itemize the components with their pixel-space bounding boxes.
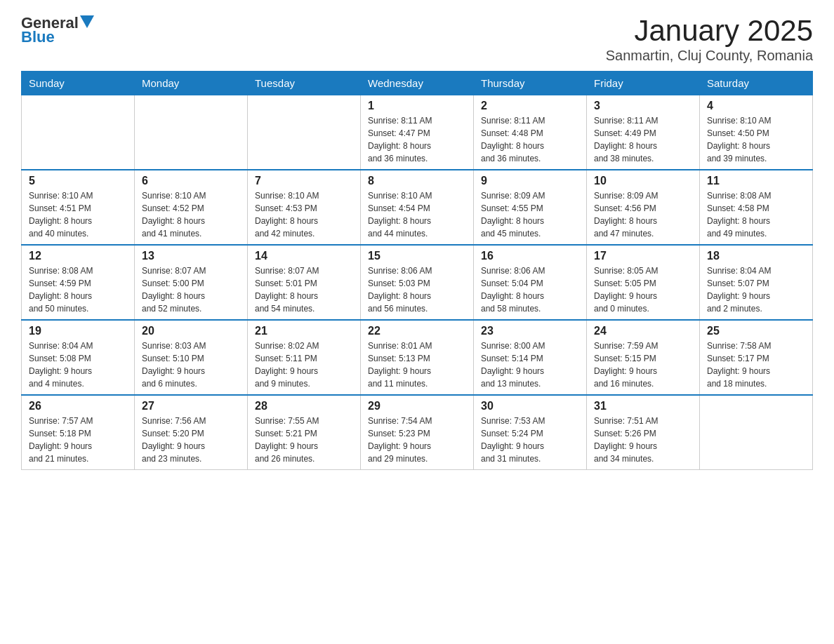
day-info: Sunrise: 8:03 AMSunset: 5:10 PMDaylight:… xyxy=(142,340,240,390)
calendar-cell: 2Sunrise: 8:11 AMSunset: 4:48 PMDaylight… xyxy=(474,95,587,170)
day-of-week-header: Wednesday xyxy=(361,72,474,95)
day-info: Sunrise: 8:06 AMSunset: 5:03 PMDaylight:… xyxy=(368,264,466,315)
day-number: 11 xyxy=(707,175,805,187)
day-number: 3 xyxy=(594,100,692,112)
day-number: 15 xyxy=(368,250,466,262)
calendar-cell: 11Sunrise: 8:08 AMSunset: 4:58 PMDayligh… xyxy=(700,170,813,245)
day-info: Sunrise: 8:08 AMSunset: 4:58 PMDaylight:… xyxy=(707,189,805,240)
calendar-cell xyxy=(248,95,361,170)
day-number: 31 xyxy=(594,400,692,412)
page-header: General Blue January 2025 Sanmartin, Clu… xyxy=(21,14,813,64)
day-number: 25 xyxy=(707,325,805,337)
day-number: 22 xyxy=(368,325,466,337)
calendar-cell xyxy=(700,395,813,470)
day-number: 2 xyxy=(481,100,579,112)
calendar-cell: 22Sunrise: 8:01 AMSunset: 5:13 PMDayligh… xyxy=(361,320,474,395)
day-info: Sunrise: 7:58 AMSunset: 5:17 PMDaylight:… xyxy=(707,340,805,390)
day-number: 19 xyxy=(29,325,127,337)
page-subtitle: Sanmartin, Cluj County, Romania xyxy=(606,48,813,64)
calendar-cell: 12Sunrise: 8:08 AMSunset: 4:59 PMDayligh… xyxy=(22,245,135,320)
day-info: Sunrise: 8:09 AMSunset: 4:55 PMDaylight:… xyxy=(481,189,579,240)
day-info: Sunrise: 8:11 AMSunset: 4:49 PMDaylight:… xyxy=(594,114,692,165)
calendar-cell: 16Sunrise: 8:06 AMSunset: 5:04 PMDayligh… xyxy=(474,245,587,320)
day-info: Sunrise: 8:10 AMSunset: 4:50 PMDaylight:… xyxy=(707,114,805,165)
day-info: Sunrise: 8:10 AMSunset: 4:52 PMDaylight:… xyxy=(142,189,240,240)
day-info: Sunrise: 7:51 AMSunset: 5:26 PMDaylight:… xyxy=(594,415,692,465)
day-number: 13 xyxy=(142,250,240,262)
day-number: 6 xyxy=(142,175,240,187)
day-info: Sunrise: 7:57 AMSunset: 5:18 PMDaylight:… xyxy=(29,415,127,465)
calendar-cell: 5Sunrise: 8:10 AMSunset: 4:51 PMDaylight… xyxy=(22,170,135,245)
day-number: 10 xyxy=(594,175,692,187)
day-number: 8 xyxy=(368,175,466,187)
calendar-cell xyxy=(22,95,135,170)
calendar-cell: 15Sunrise: 8:06 AMSunset: 5:03 PMDayligh… xyxy=(361,245,474,320)
day-info: Sunrise: 7:59 AMSunset: 5:15 PMDaylight:… xyxy=(594,340,692,390)
day-of-week-header: Thursday xyxy=(474,72,587,95)
day-number: 16 xyxy=(481,250,579,262)
calendar-header-row: SundayMondayTuesdayWednesdayThursdayFrid… xyxy=(22,72,813,95)
calendar-cell: 17Sunrise: 8:05 AMSunset: 5:05 PMDayligh… xyxy=(587,245,700,320)
calendar-cell: 29Sunrise: 7:54 AMSunset: 5:23 PMDayligh… xyxy=(361,395,474,470)
calendar-cell: 8Sunrise: 8:10 AMSunset: 4:54 PMDaylight… xyxy=(361,170,474,245)
day-of-week-header: Saturday xyxy=(700,72,813,95)
calendar-cell: 19Sunrise: 8:04 AMSunset: 5:08 PMDayligh… xyxy=(22,320,135,395)
calendar-cell: 25Sunrise: 7:58 AMSunset: 5:17 PMDayligh… xyxy=(700,320,813,395)
day-number: 17 xyxy=(594,250,692,262)
calendar-cell: 13Sunrise: 8:07 AMSunset: 5:00 PMDayligh… xyxy=(135,245,248,320)
day-info: Sunrise: 8:07 AMSunset: 5:00 PMDaylight:… xyxy=(142,264,240,315)
day-number: 28 xyxy=(255,400,353,412)
calendar-cell: 3Sunrise: 8:11 AMSunset: 4:49 PMDaylight… xyxy=(587,95,700,170)
logo-triangle-icon xyxy=(80,15,94,29)
calendar-cell: 28Sunrise: 7:55 AMSunset: 5:21 PMDayligh… xyxy=(248,395,361,470)
day-info: Sunrise: 7:54 AMSunset: 5:23 PMDaylight:… xyxy=(368,415,466,465)
calendar-cell: 18Sunrise: 8:04 AMSunset: 5:07 PMDayligh… xyxy=(700,245,813,320)
logo-blue-text: Blue xyxy=(21,28,55,46)
calendar-cell: 30Sunrise: 7:53 AMSunset: 5:24 PMDayligh… xyxy=(474,395,587,470)
calendar-cell xyxy=(135,95,248,170)
day-info: Sunrise: 8:04 AMSunset: 5:07 PMDaylight:… xyxy=(707,264,805,315)
day-info: Sunrise: 8:01 AMSunset: 5:13 PMDaylight:… xyxy=(368,340,466,390)
day-info: Sunrise: 8:10 AMSunset: 4:54 PMDaylight:… xyxy=(368,189,466,240)
day-number: 14 xyxy=(255,250,353,262)
day-of-week-header: Friday xyxy=(587,72,700,95)
calendar-table: SundayMondayTuesdayWednesdayThursdayFrid… xyxy=(21,71,813,470)
day-info: Sunrise: 8:10 AMSunset: 4:53 PMDaylight:… xyxy=(255,189,353,240)
day-info: Sunrise: 7:55 AMSunset: 5:21 PMDaylight:… xyxy=(255,415,353,465)
calendar-cell: 6Sunrise: 8:10 AMSunset: 4:52 PMDaylight… xyxy=(135,170,248,245)
calendar-cell: 23Sunrise: 8:00 AMSunset: 5:14 PMDayligh… xyxy=(474,320,587,395)
day-number: 18 xyxy=(707,250,805,262)
day-number: 12 xyxy=(29,250,127,262)
calendar-cell: 24Sunrise: 7:59 AMSunset: 5:15 PMDayligh… xyxy=(587,320,700,395)
day-number: 20 xyxy=(142,325,240,337)
calendar-week-row: 12Sunrise: 8:08 AMSunset: 4:59 PMDayligh… xyxy=(22,245,813,320)
day-info: Sunrise: 7:56 AMSunset: 5:20 PMDaylight:… xyxy=(142,415,240,465)
day-of-week-header: Tuesday xyxy=(248,72,361,95)
calendar-cell: 7Sunrise: 8:10 AMSunset: 4:53 PMDaylight… xyxy=(248,170,361,245)
calendar-cell: 26Sunrise: 7:57 AMSunset: 5:18 PMDayligh… xyxy=(22,395,135,470)
day-info: Sunrise: 8:09 AMSunset: 4:56 PMDaylight:… xyxy=(594,189,692,240)
day-number: 30 xyxy=(481,400,579,412)
day-of-week-header: Monday xyxy=(135,72,248,95)
day-of-week-header: Sunday xyxy=(22,72,135,95)
day-number: 27 xyxy=(142,400,240,412)
day-number: 7 xyxy=(255,175,353,187)
calendar-week-row: 26Sunrise: 7:57 AMSunset: 5:18 PMDayligh… xyxy=(22,395,813,470)
day-info: Sunrise: 8:07 AMSunset: 5:01 PMDaylight:… xyxy=(255,264,353,315)
day-info: Sunrise: 8:04 AMSunset: 5:08 PMDaylight:… xyxy=(29,340,127,390)
calendar-week-row: 1Sunrise: 8:11 AMSunset: 4:47 PMDaylight… xyxy=(22,95,813,170)
day-number: 23 xyxy=(481,325,579,337)
day-info: Sunrise: 8:05 AMSunset: 5:05 PMDaylight:… xyxy=(594,264,692,315)
day-number: 9 xyxy=(481,175,579,187)
calendar-cell: 9Sunrise: 8:09 AMSunset: 4:55 PMDaylight… xyxy=(474,170,587,245)
day-info: Sunrise: 7:53 AMSunset: 5:24 PMDaylight:… xyxy=(481,415,579,465)
day-number: 29 xyxy=(368,400,466,412)
day-info: Sunrise: 8:00 AMSunset: 5:14 PMDaylight:… xyxy=(481,340,579,390)
calendar-cell: 20Sunrise: 8:03 AMSunset: 5:10 PMDayligh… xyxy=(135,320,248,395)
calendar-cell: 21Sunrise: 8:02 AMSunset: 5:11 PMDayligh… xyxy=(248,320,361,395)
calendar-cell: 27Sunrise: 7:56 AMSunset: 5:20 PMDayligh… xyxy=(135,395,248,470)
calendar-cell: 4Sunrise: 8:10 AMSunset: 4:50 PMDaylight… xyxy=(700,95,813,170)
calendar-cell: 10Sunrise: 8:09 AMSunset: 4:56 PMDayligh… xyxy=(587,170,700,245)
day-number: 5 xyxy=(29,175,127,187)
day-number: 21 xyxy=(255,325,353,337)
